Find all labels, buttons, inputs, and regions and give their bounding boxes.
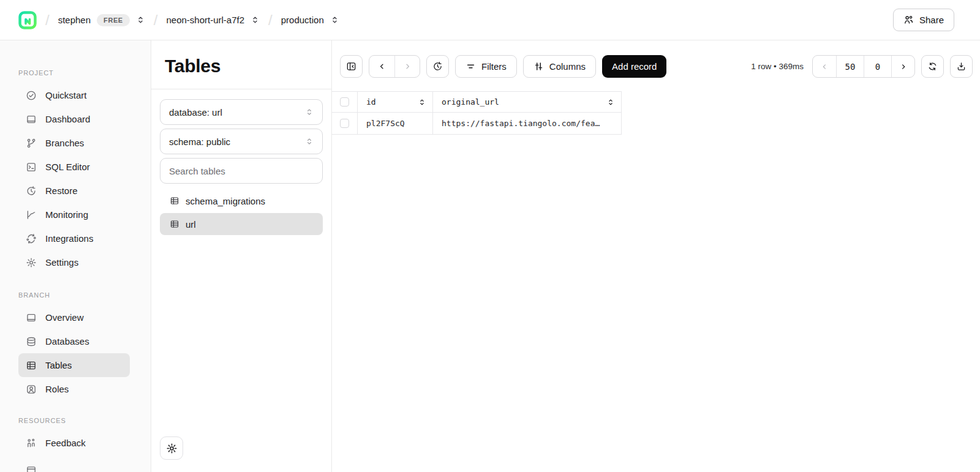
table-row[interactable]: pl2F7ScQ https://fastapi.tiangolo.com/fe… [332,113,622,135]
download-icon [956,61,967,72]
share-button[interactable]: Share [893,9,954,31]
chevron-expand-icon[interactable] [136,15,145,24]
row-checkbox[interactable] [340,119,349,128]
sidebar-item-roles[interactable]: Roles [18,377,130,401]
sliders-icon [533,61,544,72]
chart-line-icon [26,209,37,220]
columns-button[interactable]: Columns [523,55,596,78]
select-all-checkbox[interactable] [340,97,349,107]
table-list: schema_migrations url [160,190,323,235]
breadcrumb-org[interactable]: stephen FREE [58,14,145,26]
sidebar-item-label: Integrations [45,233,93,244]
sidebar-item-branches[interactable]: Branches [18,131,130,155]
page-size-value[interactable]: 50 [836,56,864,77]
gear-icon [166,443,178,454]
sidebar-item-sql-editor[interactable]: SQL Editor [18,155,130,179]
section-label-project: PROJECT [18,69,151,77]
schema-select[interactable]: schema: public [160,129,323,154]
branch-name: production [281,15,324,25]
sidebar-item-label: Overview [45,312,84,323]
git-branch-icon [26,138,37,149]
page-prev-button[interactable] [813,56,836,77]
refresh-button[interactable] [921,55,944,78]
share-label: Share [919,15,944,25]
undo-button[interactable] [369,56,394,77]
collapse-panel-button[interactable] [340,55,363,78]
sidebar-item-quickstart[interactable]: Quickstart [18,83,130,107]
neon-logo[interactable] [18,11,37,29]
filter-icon [466,61,476,72]
people-icon [26,438,37,449]
org-name: stephen [58,15,91,25]
breadcrumb-separator: / [154,12,158,29]
table-grid-icon [26,360,37,371]
add-record-button[interactable]: Add record [602,55,666,78]
column-header-original-url[interactable]: original_url [433,92,622,113]
plan-badge: FREE [97,14,130,26]
tables-panel-header: Tables [151,40,331,89]
tables-panel: Tables database: url schema: public [151,40,332,472]
redo-button[interactable] [394,56,420,77]
sidebar-item-overview[interactable]: Overview [18,305,130,329]
panel-settings-button[interactable] [160,436,183,460]
chevron-left-icon [820,62,829,71]
pagination-group: 50 0 [812,55,915,78]
breadcrumb-branch[interactable]: production [281,15,339,25]
sidebar-item-label: Databases [45,336,89,347]
column-header-id[interactable]: id [358,92,433,113]
sidebar-item-label: Feedback [45,438,86,448]
schema-select-value: schema: public [169,137,230,147]
sort-icon[interactable] [418,98,426,107]
sidebar-item-feedback[interactable]: Feedback [18,431,130,455]
chevron-expand-icon[interactable] [330,15,339,24]
sidebar-item-label: Roles [45,384,69,394]
sidebar-item-tables[interactable]: Tables [18,353,130,377]
sidebar-item-restore[interactable]: Restore [18,179,130,203]
history-button[interactable] [426,55,449,78]
sidebar-item-dashboard[interactable]: Dashboard [18,107,130,131]
top-header: / stephen FREE / neon-short-url-a7f2 / p… [0,0,980,40]
sidebar: PROJECT Quickstart Dashboard [0,40,151,472]
breadcrumb-separator: / [268,12,273,29]
refresh-icon [927,61,938,72]
sort-icon[interactable] [606,98,615,107]
cell-id[interactable]: pl2F7ScQ [358,113,433,135]
database-icon [26,336,37,347]
columns-label: Columns [549,61,586,72]
page-next-button[interactable] [891,56,914,77]
table-list-item-schema-migrations[interactable]: schema_migrations [160,190,323,212]
grid-toolbar: Filters Columns Add record 1 row • 369ms [332,40,980,78]
history-clock-icon [432,61,443,72]
sidebar-item-label: Tables [45,360,72,370]
chevron-right-icon [899,62,908,71]
select-all-cell [332,92,358,113]
neon-console: / stephen FREE / neon-short-url-a7f2 / p… [0,0,980,472]
sidebar-item-settings[interactable]: Settings [18,250,130,274]
chevron-expand-icon[interactable] [251,15,260,24]
chevron-expand-icon [305,108,314,116]
database-select[interactable]: database: url [160,99,323,125]
collapse-panel-icon [346,61,356,72]
sidebar-item-label: Branches [45,138,84,148]
sidebar-item-partial[interactable] [18,458,130,472]
sidebar-item-integrations[interactable]: Integrations [18,227,130,250]
breadcrumb-project[interactable]: neon-short-url-a7f2 [166,15,260,25]
page-offset-value[interactable]: 0 [864,56,891,77]
download-button[interactable] [950,55,973,78]
chevron-expand-icon [305,137,314,146]
filters-button[interactable]: Filters [455,55,517,78]
sidebar-item-databases[interactable]: Databases [18,329,130,353]
toolbar-right: 1 row • 369ms 50 0 [751,55,973,78]
sidebar-item-label: Settings [45,257,78,268]
cell-original-url[interactable]: https://fastapi.tiangolo.com/fea… [433,113,622,135]
history-nav-group [369,55,420,78]
sidebar-item-monitoring[interactable]: Monitoring [18,203,130,227]
sidebar-item-label: Dashboard [45,114,90,124]
gear-icon [26,257,37,268]
search-tables-input[interactable] [160,158,323,184]
table-name: schema_migrations [186,196,265,206]
section-label-branch: BRANCH [18,291,151,299]
table-list-item-url[interactable]: url [160,213,323,235]
data-grid: id original_url [332,91,980,135]
table-grid-icon [170,196,179,206]
